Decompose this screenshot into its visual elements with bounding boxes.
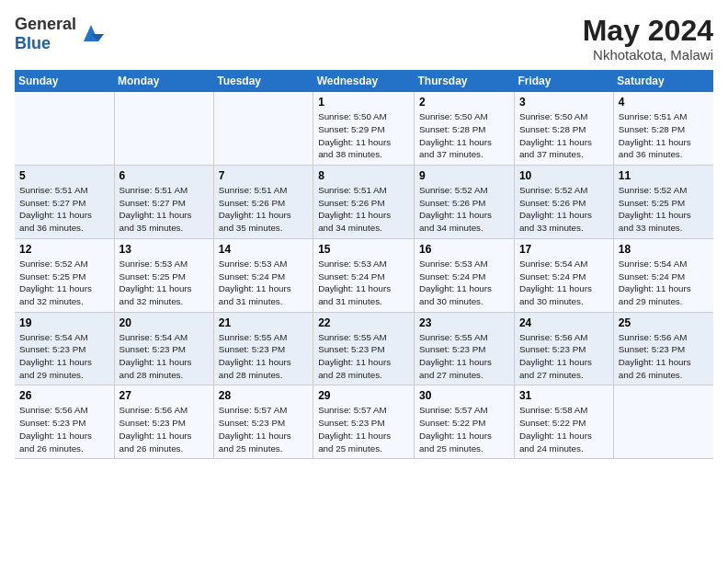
day-info: Sunrise: 5:53 AM Sunset: 5:24 PM Dayligh… [419, 258, 509, 308]
logo-icon [78, 21, 104, 47]
day-number: 30 [419, 389, 509, 402]
logo-blue: Blue [15, 34, 51, 52]
calendar-cell: 6Sunrise: 5:51 AM Sunset: 5:27 PM Daylig… [114, 166, 213, 239]
day-info: Sunrise: 5:51 AM Sunset: 5:28 PM Dayligh… [619, 110, 709, 161]
calendar-cell: 15Sunrise: 5:53 AM Sunset: 5:24 PM Dayli… [313, 238, 415, 312]
day-info: Sunrise: 5:53 AM Sunset: 5:25 PM Dayligh… [119, 258, 209, 308]
day-info: Sunrise: 5:56 AM Sunset: 5:23 PM Dayligh… [119, 404, 209, 454]
logo: General Blue [15, 15, 104, 53]
day-number: 5 [19, 169, 109, 182]
calendar-cell: 28Sunrise: 5:57 AM Sunset: 5:23 PM Dayli… [213, 385, 313, 459]
day-info: Sunrise: 5:51 AM Sunset: 5:27 PM Dayligh… [19, 184, 109, 235]
day-number: 13 [119, 243, 209, 256]
day-info: Sunrise: 5:50 AM Sunset: 5:29 PM Dayligh… [318, 110, 409, 161]
day-info: Sunrise: 5:52 AM Sunset: 5:25 PM Dayligh… [619, 184, 709, 235]
day-number: 19 [19, 316, 109, 329]
day-info: Sunrise: 5:50 AM Sunset: 5:28 PM Dayligh… [419, 110, 509, 161]
calendar-cell: 2Sunrise: 5:50 AM Sunset: 5:28 PM Daylig… [415, 92, 515, 165]
calendar-cell: 8Sunrise: 5:51 AM Sunset: 5:26 PM Daylig… [313, 166, 415, 239]
calendar-cell: 7Sunrise: 5:51 AM Sunset: 5:26 PM Daylig… [213, 166, 313, 239]
calendar-cell: 29Sunrise: 5:57 AM Sunset: 5:23 PM Dayli… [313, 385, 415, 459]
col-header-friday: Friday [514, 70, 613, 92]
calendar-cell: 3Sunrise: 5:50 AM Sunset: 5:28 PM Daylig… [514, 92, 613, 165]
calendar-cell: 16Sunrise: 5:53 AM Sunset: 5:24 PM Dayli… [415, 238, 515, 312]
day-info: Sunrise: 5:51 AM Sunset: 5:26 PM Dayligh… [219, 184, 308, 235]
day-info: Sunrise: 5:55 AM Sunset: 5:23 PM Dayligh… [219, 331, 308, 382]
calendar-cell: 25Sunrise: 5:56 AM Sunset: 5:23 PM Dayli… [613, 312, 713, 385]
calendar-cell: 9Sunrise: 5:52 AM Sunset: 5:26 PM Daylig… [415, 166, 515, 239]
day-info: Sunrise: 5:57 AM Sunset: 5:23 PM Dayligh… [318, 404, 409, 454]
day-number: 3 [519, 96, 609, 109]
calendar-cell: 26Sunrise: 5:56 AM Sunset: 5:23 PM Dayli… [15, 385, 114, 459]
day-number: 9 [419, 169, 509, 182]
day-info: Sunrise: 5:55 AM Sunset: 5:23 PM Dayligh… [318, 331, 409, 382]
day-number: 1 [318, 96, 409, 109]
calendar-cell: 14Sunrise: 5:53 AM Sunset: 5:24 PM Dayli… [213, 238, 313, 312]
day-info: Sunrise: 5:51 AM Sunset: 5:27 PM Dayligh… [119, 184, 209, 235]
day-number: 16 [419, 243, 509, 256]
day-number: 25 [619, 316, 709, 329]
day-number: 17 [519, 243, 609, 256]
calendar-cell: 18Sunrise: 5:54 AM Sunset: 5:24 PM Dayli… [613, 238, 713, 312]
col-header-wednesday: Wednesday [313, 70, 415, 92]
calendar-cell: 24Sunrise: 5:56 AM Sunset: 5:23 PM Dayli… [514, 312, 613, 385]
calendar-cell: 21Sunrise: 5:55 AM Sunset: 5:23 PM Dayli… [213, 312, 313, 385]
day-number: 14 [219, 243, 308, 256]
calendar-cell: 17Sunrise: 5:54 AM Sunset: 5:24 PM Dayli… [514, 238, 613, 312]
day-info: Sunrise: 5:57 AM Sunset: 5:23 PM Dayligh… [219, 404, 308, 454]
calendar-cell: 20Sunrise: 5:54 AM Sunset: 5:23 PM Dayli… [114, 312, 213, 385]
calendar-week-2: 5Sunrise: 5:51 AM Sunset: 5:27 PM Daylig… [15, 166, 713, 239]
day-info: Sunrise: 5:52 AM Sunset: 5:26 PM Dayligh… [519, 184, 609, 235]
day-number: 4 [619, 96, 709, 109]
col-header-sunday: Sunday [15, 70, 114, 92]
day-info: Sunrise: 5:51 AM Sunset: 5:26 PM Dayligh… [318, 184, 409, 235]
calendar-cell: 27Sunrise: 5:56 AM Sunset: 5:23 PM Dayli… [114, 385, 213, 459]
day-info: Sunrise: 5:53 AM Sunset: 5:24 PM Dayligh… [219, 258, 308, 308]
day-info: Sunrise: 5:58 AM Sunset: 5:22 PM Dayligh… [519, 404, 609, 454]
calendar-week-4: 19Sunrise: 5:54 AM Sunset: 5:23 PM Dayli… [15, 312, 713, 385]
day-number: 29 [318, 389, 409, 402]
day-number: 24 [519, 316, 609, 329]
calendar-cell: 31Sunrise: 5:58 AM Sunset: 5:22 PM Dayli… [514, 385, 613, 459]
col-header-saturday: Saturday [613, 70, 713, 92]
day-number: 27 [119, 389, 209, 402]
calendar-cell: 12Sunrise: 5:52 AM Sunset: 5:25 PM Dayli… [15, 238, 114, 312]
calendar-week-5: 26Sunrise: 5:56 AM Sunset: 5:23 PM Dayli… [15, 385, 713, 459]
calendar-week-1: 1Sunrise: 5:50 AM Sunset: 5:29 PM Daylig… [15, 92, 713, 165]
day-info: Sunrise: 5:53 AM Sunset: 5:24 PM Dayligh… [318, 258, 409, 308]
col-header-tuesday: Tuesday [213, 70, 313, 92]
calendar-cell: 10Sunrise: 5:52 AM Sunset: 5:26 PM Dayli… [514, 166, 613, 239]
location-subtitle: Nkhotakota, Malawi [583, 47, 713, 63]
day-number: 18 [619, 243, 709, 256]
day-number: 28 [219, 389, 308, 402]
day-info: Sunrise: 5:57 AM Sunset: 5:22 PM Dayligh… [419, 404, 509, 454]
day-info: Sunrise: 5:50 AM Sunset: 5:28 PM Dayligh… [519, 110, 609, 161]
month-year-title: May 2024 [583, 15, 713, 47]
day-info: Sunrise: 5:52 AM Sunset: 5:25 PM Dayligh… [19, 258, 109, 308]
calendar-table: SundayMondayTuesdayWednesdayThursdayFrid… [15, 70, 713, 459]
calendar-cell: 30Sunrise: 5:57 AM Sunset: 5:22 PM Dayli… [415, 385, 515, 459]
day-number: 10 [519, 169, 609, 182]
day-number: 12 [19, 243, 109, 256]
calendar-cell [15, 92, 114, 165]
logo-text: General Blue [15, 15, 76, 53]
day-number: 21 [219, 316, 308, 329]
header-row: SundayMondayTuesdayWednesdayThursdayFrid… [15, 70, 713, 92]
calendar-cell: 13Sunrise: 5:53 AM Sunset: 5:25 PM Dayli… [114, 238, 213, 312]
calendar-cell [613, 385, 713, 459]
day-info: Sunrise: 5:56 AM Sunset: 5:23 PM Dayligh… [519, 331, 609, 382]
calendar-cell: 1Sunrise: 5:50 AM Sunset: 5:29 PM Daylig… [313, 92, 415, 165]
day-number: 22 [318, 316, 409, 329]
logo-general: General [15, 15, 76, 33]
calendar-cell [213, 92, 313, 165]
day-info: Sunrise: 5:54 AM Sunset: 5:23 PM Dayligh… [119, 331, 209, 382]
calendar-cell: 4Sunrise: 5:51 AM Sunset: 5:28 PM Daylig… [613, 92, 713, 165]
day-number: 23 [419, 316, 509, 329]
col-header-monday: Monday [114, 70, 213, 92]
day-number: 20 [119, 316, 209, 329]
day-info: Sunrise: 5:52 AM Sunset: 5:26 PM Dayligh… [419, 184, 509, 235]
calendar-cell [114, 92, 213, 165]
day-info: Sunrise: 5:56 AM Sunset: 5:23 PM Dayligh… [19, 404, 109, 454]
day-info: Sunrise: 5:54 AM Sunset: 5:24 PM Dayligh… [519, 258, 609, 308]
day-number: 7 [219, 169, 308, 182]
